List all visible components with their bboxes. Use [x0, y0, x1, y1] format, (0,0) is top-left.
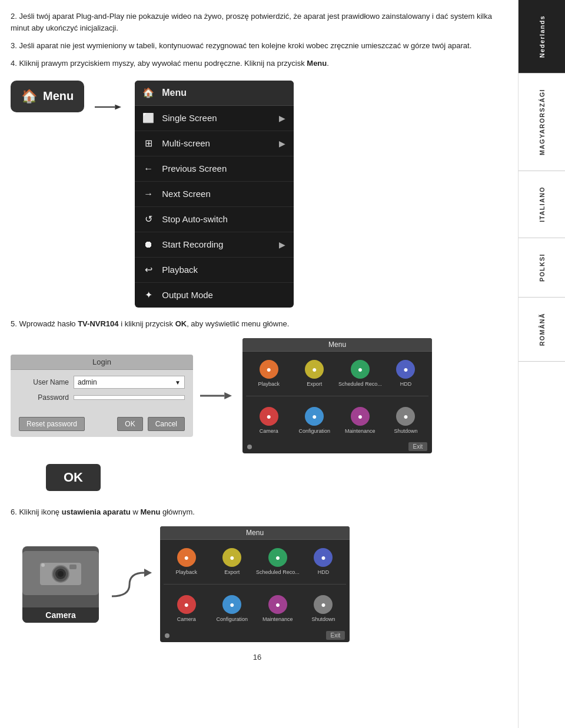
sidebar-lang-romana[interactable]: ROMÂNĂ — [519, 298, 565, 362]
menu-icon-item-scheduled-reco[interactable]: ● Scheduled Reco... — [255, 546, 301, 578]
menu-icon-item-shutdown[interactable]: ● Shutdown — [383, 405, 429, 437]
menu-button-box: 🏠 Menu — [11, 81, 84, 112]
icon-circle-camera: ● — [260, 407, 278, 426]
username-input[interactable]: admin ▼ — [74, 376, 185, 389]
icon-label-playback: Playback — [258, 381, 280, 388]
page-number: 16 — [11, 653, 504, 662]
menu-icon-item-scheduled-reco[interactable]: ● Scheduled Reco... — [337, 358, 383, 390]
ok-button-login[interactable]: OK — [117, 417, 142, 431]
menu-icon-start-recording: ⏺ — [141, 237, 156, 252]
dark-menu-item-playback[interactable]: ↩ Playback — [135, 258, 294, 283]
house-icon: 🏠 — [21, 89, 37, 104]
dark-menu-panel: 🏠 Menu ⬜ Single Screen ▶ ⊞ Multi-screen … — [135, 81, 294, 308]
menu-icon-playback: ↩ — [141, 262, 156, 278]
login-footer: Reset password OK Cancel — [11, 412, 193, 437]
icon-label-configuration: Configuration — [299, 428, 331, 435]
menu-icon-stop-auto-switch: ↺ — [141, 212, 156, 227]
small-menu-icons-row2: ● Camera ● Configuration ● Maintenance ●… — [242, 399, 432, 440]
menu-icon-multi-screen: ⊞ — [141, 136, 156, 151]
paragraph-4: 4. Kliknij prawym przyciskiem myszy, aby… — [11, 58, 504, 69]
sidebar-lang-magyarorszagi[interactable]: MAGYARORSZÁGI — [519, 74, 565, 171]
icon-label-shutdown: Shutdown — [394, 428, 417, 435]
menu-icon-item-camera[interactable]: ● Camera — [246, 405, 292, 437]
dark-menu-item-next-screen[interactable]: → Next Screen — [135, 182, 294, 207]
lang-label-magyarorszagi: MAGYARORSZÁGI — [539, 81, 546, 163]
dark-menu-item-single-screen[interactable]: ⬜ Single Screen ▶ — [135, 106, 294, 131]
menu-icon-item-export[interactable]: ● Export — [210, 546, 255, 578]
dot-indicator-s6 — [165, 633, 170, 638]
sidebar-lang-italiano[interactable]: ITALIANO — [519, 171, 565, 238]
dark-menu-items: ⬜ Single Screen ▶ ⊞ Multi-screen ▶ ← Pre… — [135, 106, 294, 308]
dropdown-arrow-icon: ▼ — [175, 379, 181, 386]
small-menu-footer: Exit — [242, 440, 432, 453]
chevron-right-icon: ▶ — [279, 240, 285, 249]
menu-icon-output-mode: ✦ — [141, 288, 156, 303]
menu-icon-item-hdd[interactable]: ● HDD — [301, 546, 347, 578]
svg-marker-3 — [224, 392, 232, 399]
step-5-section: 5. Wprowadź hasło TV-NVR104 i kliknij pr… — [11, 318, 504, 499]
lang-label-italiano: ITALIANO — [539, 178, 546, 231]
small-menu-icons-row1-s6: ● Playback ● Export ● Scheduled Reco... … — [160, 540, 350, 582]
password-input[interactable] — [74, 395, 185, 400]
menu-label-previous-screen: Previous Screen — [162, 163, 285, 173]
icon-circle-export: ● — [222, 548, 241, 567]
menu-button-label: Menu — [43, 89, 74, 103]
menu-icon-item-configuration[interactable]: ● Configuration — [292, 405, 338, 437]
icon-circle-configuration: ● — [222, 595, 241, 614]
dark-menu-item-stop-auto-switch[interactable]: ↺ Stop Auto-switch — [135, 207, 294, 232]
icon-circle-configuration: ● — [305, 407, 324, 426]
sidebar-lang-nederlands[interactable]: Nederlands — [519, 0, 565, 74]
ok-button-big[interactable]: OK — [46, 464, 101, 491]
menu-icon-single-screen: ⬜ — [141, 111, 156, 126]
menu-icon-item-shutdown[interactable]: ● Shutdown — [301, 593, 347, 625]
dark-menu-item-output-mode[interactable]: ✦ Output Mode — [135, 283, 294, 308]
svg-rect-8 — [69, 565, 77, 569]
icon-label-scheduled-reco: Scheduled Reco... — [338, 381, 382, 388]
icon-circle-scheduled-reco: ● — [268, 548, 287, 567]
camera-label: Camera — [22, 607, 99, 623]
menu-title-icon: 🏠 — [141, 85, 156, 101]
menu-label-output-mode: Output Mode — [162, 290, 285, 300]
menu-icon-item-export[interactable]: ● Export — [292, 358, 338, 390]
menu-label-start-recording: Start Recording — [162, 239, 273, 249]
reset-password-button[interactable]: Reset password — [19, 417, 85, 431]
menu-icon-item-playback[interactable]: ● Playback — [246, 358, 292, 390]
small-menu-icons-row1: ● Playback ● Export ● Scheduled Reco... … — [242, 352, 432, 393]
sidebar-lang-polski[interactable]: POLKSI — [519, 238, 565, 298]
menu-label-next-screen: Next Screen — [162, 189, 285, 199]
menu-icon-item-camera[interactable]: ● Camera — [164, 593, 210, 625]
paragraph-2: 2. Jeśli twój aparat Plug-and-Play nie p… — [11, 11, 504, 34]
icon-circle-shutdown: ● — [396, 407, 415, 426]
menu-icon-item-configuration[interactable]: ● Configuration — [210, 593, 255, 625]
dark-menu-item-multi-screen[interactable]: ⊞ Multi-screen ▶ — [135, 131, 294, 156]
dot-indicator — [247, 445, 252, 449]
password-row: Password — [19, 393, 185, 402]
main-menu-panel-step6: Menu ● Playback ● Export ● Scheduled Rec… — [160, 526, 350, 642]
password-label: Password — [19, 393, 69, 402]
menu-label-stop-auto-switch: Stop Auto-switch — [162, 214, 285, 224]
dark-menu-item-previous-screen[interactable]: ← Previous Screen — [135, 156, 294, 182]
cancel-button-login[interactable]: Cancel — [148, 417, 185, 431]
arrow-to-menu — [95, 98, 124, 116]
icon-label-configuration: Configuration — [217, 616, 248, 623]
language-sidebar: Nederlands MAGYARORSZÁGI ITALIANO POLKSI… — [518, 0, 565, 728]
menu-icon-item-maintenance[interactable]: ● Maintenance — [337, 405, 383, 437]
small-menu-title-6: Menu — [160, 526, 350, 540]
icon-label-hdd: HDD — [318, 569, 330, 576]
icon-circle-playback: ● — [177, 548, 196, 567]
username-row: User Name admin ▼ — [19, 376, 185, 389]
paragraph-3: 3. Jeśli aparat nie jest wymieniony w ta… — [11, 40, 504, 52]
menu-icon-item-playback[interactable]: ● Playback — [164, 546, 210, 578]
exit-button-s6[interactable]: Exit — [326, 631, 345, 640]
icon-circle-hdd: ● — [314, 548, 333, 567]
camera-menu-row: Camera Menu ● Playback ● Export — [22, 526, 504, 642]
dark-menu-title-row: 🏠 Menu — [135, 81, 294, 106]
dark-menu-item-start-recording[interactable]: ⏺ Start Recording ▶ — [135, 232, 294, 258]
exit-button[interactable]: Exit — [408, 442, 428, 451]
icon-label-scheduled-reco: Scheduled Reco... — [256, 569, 300, 576]
menu-icon-item-hdd[interactable]: ● HDD — [383, 358, 429, 390]
login-title: Login — [11, 355, 193, 370]
login-box: Login User Name admin ▼ Password — [11, 355, 193, 437]
menu-icon-item-maintenance[interactable]: ● Maintenance — [255, 593, 301, 625]
menu-label-single-screen: Single Screen — [162, 113, 273, 123]
